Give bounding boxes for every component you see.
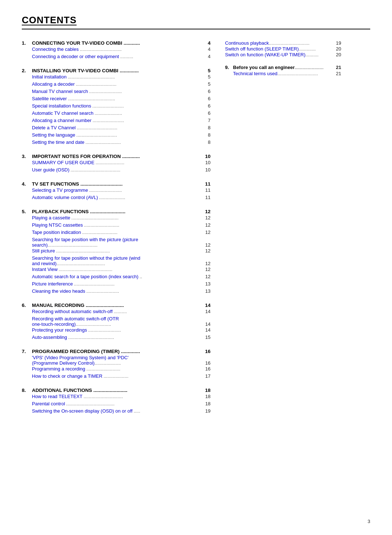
toc-section: 1.CONNECTING YOUR TV-VIDEO COMBI .......…	[22, 40, 211, 61]
entry-dots: ....................................	[72, 215, 201, 221]
entry-text: Delete a TV Channel	[32, 125, 75, 130]
list-item: Still picture ..........................…	[22, 248, 211, 255]
entry-text: Before you call an engineer	[233, 65, 295, 70]
list-item: SUMMARY OF USER GUIDE ..................…	[22, 160, 211, 167]
section-page: 14	[200, 303, 211, 308]
entry-text: Connecting a decoder or other equipment	[32, 54, 119, 59]
section-title-text: IMPORTANT NOTES FOR OPERATION ..........…	[32, 154, 198, 159]
toc-section: 3.IMPORTANT NOTES FOR OPERATION ........…	[22, 154, 211, 174]
list-item: Automatic volume control (AVL) .........…	[22, 195, 211, 202]
list-item: Automatic search for a tape position (in…	[22, 274, 211, 281]
list-item: Playing NTSC cassettes .................…	[22, 222, 211, 229]
entry-line1: Searching for tape position with the pic…	[32, 237, 211, 242]
section-num: 2.	[22, 68, 30, 73]
list-item: Cleaning the video heads ...............…	[22, 288, 211, 295]
section-heading: 2.INSTALLING YOUR TV-VIDEO COMBI .......…	[22, 68, 211, 73]
entry-dots: .....................................	[57, 261, 203, 266]
entry-line1: Recording with automatic switch-off (OTR	[32, 316, 211, 321]
toc-entry-multiline: Recording with automatic switch-off (OTR…	[22, 316, 211, 327]
entry-page: 13	[203, 281, 211, 287]
entry-text: Connecting the cables	[32, 46, 79, 52]
entry-text: How to read TELETEXT	[32, 394, 82, 399]
title-rule	[22, 29, 370, 29]
entry-page: 12	[203, 242, 211, 248]
list-item: Picture interference ...................…	[22, 281, 211, 288]
entry-text: Automatic search for a tape position (in…	[32, 274, 138, 279]
entry-text: Still picture	[32, 248, 55, 254]
entry-text: Satellite receiver	[32, 96, 67, 101]
entry-text: User guide (OSD)	[32, 167, 69, 173]
entry-page: 12	[203, 267, 211, 272]
section-heading: 3.IMPORTANT NOTES FOR OPERATION ........…	[22, 154, 211, 159]
entry-page: 14	[203, 327, 211, 333]
toc-entry-multiline: Searching for tape position without the …	[22, 255, 211, 266]
entry-dots: .....................................	[66, 401, 201, 407]
section-page: 11	[200, 181, 211, 187]
entry-page: 12	[203, 274, 211, 279]
section-page: 18	[200, 388, 211, 393]
entry-page: 6	[203, 110, 211, 116]
entry-text: How to check or change a TIMER	[32, 373, 102, 379]
entry-text: Auto-assembling	[32, 335, 67, 340]
list-item: How to read TELETEXT ...................…	[22, 394, 211, 401]
entry-page: 16	[203, 366, 211, 372]
entry-page: 8	[203, 139, 211, 145]
entry-dots: .........................	[86, 288, 201, 294]
entry-text: one-touch-recording)	[32, 321, 76, 327]
section-num: 4.	[22, 181, 30, 187]
section-page: 12	[200, 209, 211, 214]
toc-section: 5.PLAYBACK FUNCTIONS ...................…	[22, 209, 211, 295]
toc-right: Continuous playback ....................…	[225, 40, 341, 422]
entry-page: 5	[203, 74, 211, 80]
toc-entry-multiline: Searching for tape position with the pic…	[22, 237, 211, 248]
entry-text: Protecting your recordings	[32, 327, 87, 333]
entry-text: Setting the time and date	[32, 139, 85, 145]
entry-line2: (Programme Delivery Control) ...........…	[32, 360, 211, 366]
entry-dots: ....................	[95, 360, 203, 366]
section-heading: 8.ADDITIONAL FUNCTIONS .................…	[22, 388, 211, 393]
section-heading: 6.MANUAL RECORDING .....................…	[22, 303, 211, 308]
entry-dots: ...............................	[277, 71, 333, 76]
entry-text: SUMMARY OF USER GUIDE	[32, 160, 94, 165]
entry-page: 4	[203, 54, 211, 59]
section-num: 8.	[22, 388, 30, 393]
toc-section: 6.MANUAL RECORDING .....................…	[22, 303, 211, 341]
entry-page: 21	[333, 71, 341, 76]
list-item: Automatic TV channel search ............…	[22, 110, 211, 117]
section-heading: 4.TV SET FUNCTIONS .....................…	[22, 181, 211, 187]
page-number-footer: 3	[368, 519, 370, 524]
section-heading: 7.PROGRAMMED RECORDING (TIMER) .........…	[22, 349, 211, 354]
entry-page: 8	[203, 125, 211, 130]
entry-dots: ...............................	[76, 81, 201, 87]
entry-dots: ........................................…	[56, 248, 201, 254]
entry-dots: ...............................	[269, 40, 333, 46]
entry-page: 18	[203, 394, 211, 399]
entry-dots: ......................	[95, 160, 201, 166]
entry-page: 19	[203, 408, 211, 414]
entry-page: 5	[203, 81, 211, 87]
entry-page: 15	[203, 335, 211, 340]
entry-dots: ....................	[99, 195, 201, 200]
list-item: Selecting a TV programme ...............…	[22, 187, 211, 194]
entry-text: Manual TV channel search	[32, 89, 88, 94]
list-item: Setting the language ...................…	[22, 132, 211, 139]
toc-left: 1.CONNECTING YOUR TV-VIDEO COMBI .......…	[22, 40, 211, 422]
entry-dots: ..........	[120, 54, 201, 60]
entry-page: 4	[203, 46, 211, 52]
list-item: Setting the time and date ..............…	[22, 139, 211, 146]
toc-section: 4.TV SET FUNCTIONS .....................…	[22, 181, 211, 202]
entry-page: 10	[203, 167, 211, 173]
list-item: 9.Before you call an engineer ..........…	[225, 65, 341, 70]
section-num: 5.	[22, 209, 30, 214]
section-page: 10	[200, 154, 211, 159]
list-item: Connecting the cables ..................…	[22, 46, 211, 53]
entry-dots: ........................	[92, 103, 201, 109]
entry-page: 6	[203, 103, 211, 109]
list-item: Parental control .......................…	[22, 401, 211, 408]
entry-dots: ....................................	[68, 96, 201, 102]
entry-dots: ..........	[114, 309, 201, 315]
section-title-text: ADDITIONAL FUNCTIONS ...................…	[32, 388, 198, 393]
entry-dots: ..........................	[86, 366, 201, 372]
toc-layout: 1.CONNECTING YOUR TV-VIDEO COMBI .......…	[22, 40, 370, 422]
entry-dots: ........................	[93, 118, 201, 123]
